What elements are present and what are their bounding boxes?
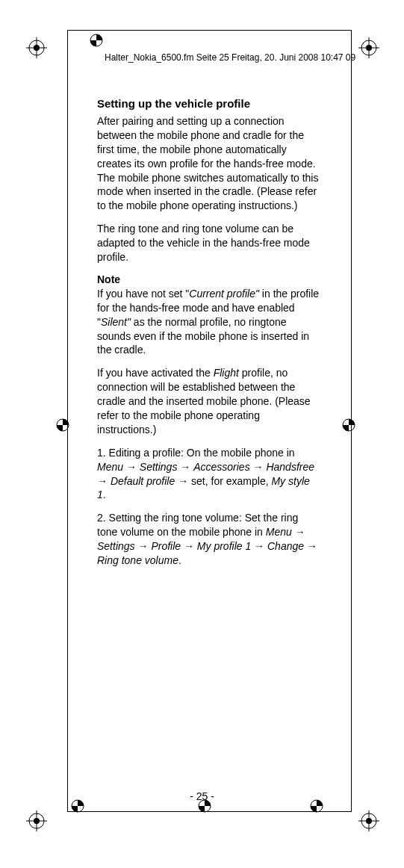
step2-myprofile: My profile 1 xyxy=(197,540,251,552)
arrow-icon: → xyxy=(135,540,152,552)
crop-mark-icon xyxy=(67,796,88,816)
crop-mark-icon xyxy=(52,415,73,435)
note-text-pre: If you have not set " xyxy=(97,288,189,300)
para4-pre: If you have activated the xyxy=(97,367,214,379)
step-2: 2. Setting the ring tone volume: Set the… xyxy=(97,511,321,568)
paragraph-2: The ring tone and ring tone volume can b… xyxy=(97,222,321,264)
arrow-icon: → xyxy=(175,475,191,487)
arrow-icon: → xyxy=(123,461,140,473)
step2-menu: Menu xyxy=(266,526,292,538)
step1-mid: set, for example, xyxy=(191,475,271,487)
arrow-icon: → xyxy=(251,540,267,552)
note-italic-1: Current profile" xyxy=(189,288,259,300)
note-italic-2: Silent" xyxy=(101,316,131,328)
section-heading: Setting up the vehicle profile xyxy=(97,97,321,110)
crop-mark-icon xyxy=(86,30,107,51)
registration-mark-icon xyxy=(358,37,379,58)
step1-handsfree: Handsfree xyxy=(266,461,314,473)
step1-menu: Menu xyxy=(97,461,123,473)
paragraph-4: If you have activated the Flight profile… xyxy=(97,366,321,436)
crop-mark-icon xyxy=(194,796,215,816)
step1-default: Default profile xyxy=(111,475,175,487)
step1-accessories: Accessories xyxy=(193,461,249,473)
registration-mark-icon xyxy=(26,37,47,58)
step1-settings: Settings xyxy=(140,461,178,473)
step1-end: . xyxy=(103,489,106,500)
registration-mark-icon xyxy=(358,810,379,831)
note-label: Note xyxy=(97,273,321,285)
crop-mark-icon xyxy=(338,415,359,435)
file-header: Halter_Nokia_6500.fm Seite 25 Freitag, 2… xyxy=(105,52,355,63)
paragraph-1: After pairing and setting up a connectio… xyxy=(97,114,321,213)
arrow-icon: → xyxy=(250,461,267,473)
step2-ringtone: Ring tone volume xyxy=(97,554,178,566)
step-1: 1. Editing a profile: On the mobile phon… xyxy=(97,446,321,503)
arrow-icon: → xyxy=(177,461,193,473)
step1-pre: 1. Editing a profile: On the mobile phon… xyxy=(97,447,295,459)
step2-profile: Profile xyxy=(151,540,181,552)
note-paragraph: If you have not set "Current profile" in… xyxy=(97,287,321,357)
step2-settings: Settings xyxy=(97,540,135,552)
step2-end: . xyxy=(178,554,181,566)
arrow-icon: → xyxy=(97,475,111,487)
crop-mark-icon xyxy=(306,796,327,816)
para4-italic: Flight xyxy=(214,367,239,379)
page-content: Setting up the vehicle profile After pai… xyxy=(97,97,321,577)
arrow-icon: → xyxy=(292,526,305,538)
arrow-icon: → xyxy=(304,540,317,552)
step2-change: Change xyxy=(267,540,304,552)
registration-mark-icon xyxy=(26,810,47,831)
arrow-icon: → xyxy=(181,540,197,552)
